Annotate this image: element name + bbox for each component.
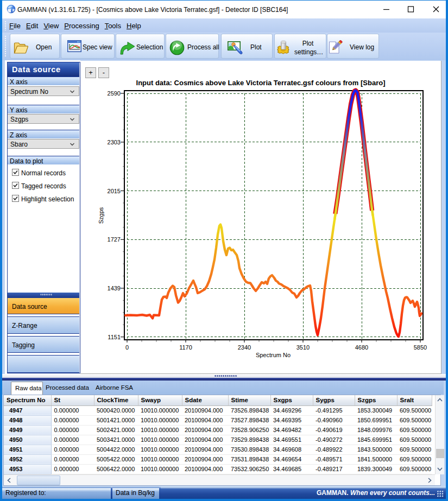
svg-text:2015: 2015 bbox=[108, 188, 121, 194]
svg-text:1727: 1727 bbox=[108, 236, 121, 243]
svg-text:2303: 2303 bbox=[108, 139, 121, 145]
svg-text:2340: 2340 bbox=[238, 344, 251, 351]
svg-text:3510: 3510 bbox=[296, 344, 310, 351]
svg-text:0: 0 bbox=[125, 344, 129, 351]
svg-text:Input data: Cosmics above Lake: Input data: Cosmics above Lake Victoria … bbox=[136, 79, 386, 87]
svg-text:Szgps: Szgps bbox=[98, 207, 104, 224]
svg-text:5850: 5850 bbox=[414, 344, 427, 351]
svg-text:1439: 1439 bbox=[108, 285, 121, 291]
svg-text:1151: 1151 bbox=[108, 334, 121, 340]
svg-text:4680: 4680 bbox=[355, 344, 368, 351]
svg-text:Spectrum No: Spectrum No bbox=[256, 352, 291, 358]
svg-text:2590: 2590 bbox=[108, 90, 121, 97]
svg-text:1170: 1170 bbox=[179, 344, 192, 351]
